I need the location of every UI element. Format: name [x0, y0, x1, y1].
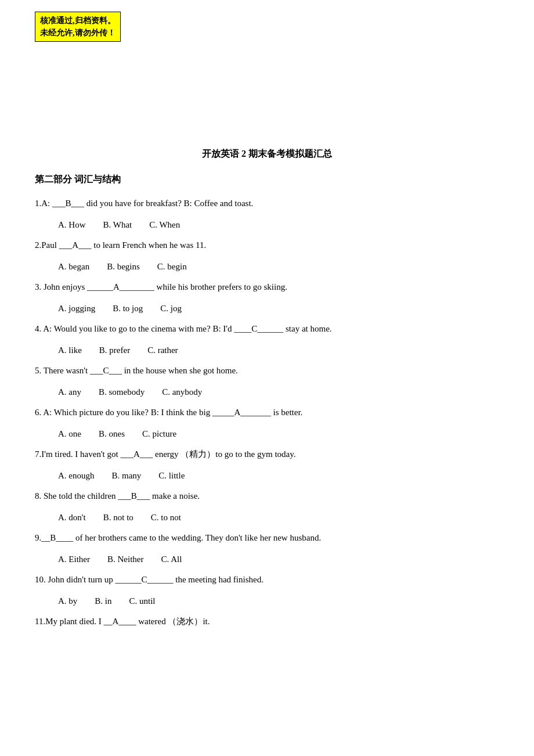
question-q3: 3. John enjoys ______A________ while his… [35, 279, 499, 295]
option: C. to not [151, 513, 181, 522]
option: C. jog [160, 304, 182, 313]
option: C. anybody [162, 387, 202, 397]
options-q6: A. oneB. onesC. picture [58, 426, 499, 442]
option: A. began [58, 262, 89, 271]
options-q10: A. byB. inC. until [58, 593, 499, 609]
option: C. rather [147, 345, 178, 355]
options-q7: A. enoughB. manyC. little [58, 468, 499, 484]
options-q4: A. likeB. preferC. rather [58, 343, 499, 358]
question-q4: 4. A: Would you like to go to the cinema… [35, 321, 499, 337]
options-q5: A. anyB. somebodyC. anybody [58, 384, 499, 400]
options-q8: A. don'tB. not toC. to not [58, 510, 499, 525]
question-q11: 11.My plant died. I __A____ watered （浇水）… [35, 614, 499, 629]
question-q8: 8. She told the children ___B___ make a … [35, 488, 499, 504]
section-title: 第二部分 词汇与结构 [35, 172, 499, 187]
question-q10: 10. John didn't turn up ______C______ th… [35, 572, 499, 588]
option: B. Neither [107, 555, 143, 564]
question-q2: 2.Paul ___A___ to learn French when he w… [35, 237, 499, 253]
question-q5: 5. There wasn't ___C___ in the house whe… [35, 363, 499, 379]
options-q2: A. beganB. beginsC. begin [58, 259, 499, 275]
option: B. to jog [113, 304, 143, 313]
questions-container: 1.A: ___B___ did you have for breakfast?… [35, 196, 499, 629]
option: B. prefer [99, 345, 130, 355]
options-q9: A. EitherB. NeitherC. All [58, 552, 499, 567]
option: B. begins [107, 262, 140, 271]
options-q1: A. HowB. WhatC. When [58, 217, 499, 233]
option: B. in [95, 596, 111, 606]
watermark: 核准通过,归档资料。 未经允许,请勿外传！ [35, 12, 121, 42]
option: B. many [112, 471, 142, 480]
option: C. When [149, 220, 180, 229]
option: A. any [58, 387, 81, 397]
option: B. ones [99, 429, 125, 438]
option: C. begin [157, 262, 187, 271]
options-q3: A. joggingB. to jogC. jog [58, 301, 499, 316]
option: A. jogging [58, 304, 95, 313]
option: B. What [103, 220, 132, 229]
page-title: 开放英语 2 期末备考模拟题汇总 [35, 146, 499, 161]
option: A. one [58, 429, 81, 438]
question-q9: 9.__B____ of her brothers came to the we… [35, 530, 499, 546]
option: C. little [158, 471, 185, 480]
option: A. by [58, 596, 77, 606]
option: B. somebody [99, 387, 145, 397]
option: C. picture [142, 429, 176, 438]
option: C. All [161, 555, 182, 564]
option: B. not to [103, 513, 134, 522]
option: A. don't [58, 513, 86, 522]
option: A. Either [58, 555, 90, 564]
option: C. until [129, 596, 156, 606]
question-q7: 7.I'm tired. I haven't got ___A___ energ… [35, 447, 499, 462]
question-q6: 6. A: Which picture do you like? B: I th… [35, 405, 499, 420]
question-q1: 1.A: ___B___ did you have for breakfast?… [35, 196, 499, 211]
option: A. like [58, 345, 82, 355]
option: A. enough [58, 471, 95, 480]
option: A. How [58, 220, 86, 229]
